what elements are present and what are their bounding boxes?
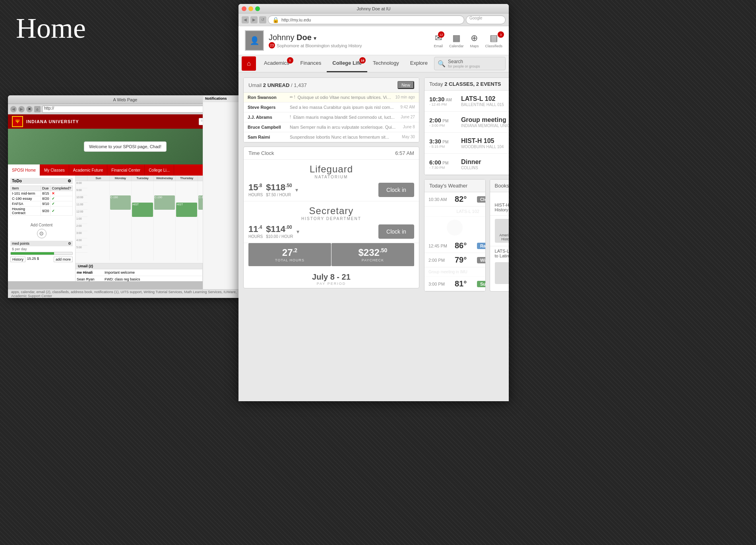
list-item: LATS-L 102 <box>425 207 485 216</box>
email-icon-item[interactable]: ✉ 12 Email <box>434 33 443 48</box>
classifieds-icon-item[interactable]: ▤ 3 Classifieds <box>485 33 502 48</box>
calendar-times: 8:00 9:00 10:00 11:00 12:00 1:00 2:00 3:… <box>76 181 87 261</box>
flag-icon: ! <box>290 115 291 119</box>
maximize-button[interactable] <box>255 6 260 11</box>
job-dept-2: HISTORY DEPARTMENT <box>248 216 414 221</box>
right-search-input[interactable]: Google <box>466 15 506 24</box>
calendar-day-column: C-190 <box>110 181 132 261</box>
calendar-icon-item[interactable]: ▦ Calendar <box>449 33 464 48</box>
hours-value-1: 15.8 <box>248 182 262 192</box>
weather-temp-2: 86° <box>455 241 475 250</box>
nav-item-finances[interactable]: Finances <box>295 55 327 72</box>
todo-header: ToDo ⚙ <box>10 178 73 184</box>
list-item[interactable]: Bruce Campbell Nam Semper nulla in arcu … <box>244 122 419 132</box>
nav-item-technology[interactable]: Technology <box>367 55 405 72</box>
clock-in-button-2[interactable]: Clock in <box>378 224 414 239</box>
nav-item-academics[interactable]: Academics 5 <box>258 55 295 72</box>
calendar-event[interactable]: HIST <box>176 203 197 217</box>
rate-label-2: HOURS <box>248 234 263 239</box>
list-item: 3:30 PM - 5:15 PM HIST-H 105 WOODBURN HA… <box>425 133 509 154</box>
job-lifeguard: Lifeguard NATATORIUM 15.8 HOURS $118.50 … <box>244 160 419 201</box>
book-thumb-american-history[interactable]: American History <box>495 219 509 243</box>
list-item[interactable]: J.J. Abrams ! Etiam mauris magna blandit… <box>244 112 419 122</box>
rate-down-arrow-2[interactable]: ▾ <box>297 228 299 235</box>
list-item[interactable]: Ron Swanson ✏ ! Quisque ut odio Vitae nu… <box>244 93 419 102</box>
new-email-button[interactable]: New <box>397 81 414 89</box>
nav-item-college-life[interactable]: College Life 18 <box>327 55 367 72</box>
email-list: Ron Swanson ✏ ! Quisque ut odio Vitae nu… <box>244 93 419 142</box>
tab-sposi-home[interactable]: SPOSI Home <box>8 164 40 176</box>
calendar-icon: ▦ <box>449 33 464 43</box>
nav-back-button[interactable]: ◀ <box>242 16 249 23</box>
todo-item-status: ✓ <box>50 196 73 201</box>
book-thumb-latino-history[interactable]: Latino History <box>495 262 509 284</box>
pay-value-1: $118.50 <box>266 182 292 192</box>
pay-period: July 8 - 21 PAY PERIOD <box>244 270 419 288</box>
user-subtitle-row: 23 Sophomore at Bloomington studying His… <box>269 42 429 48</box>
event-info-1: LATS-L 102 BALLENTINE HALL 015 <box>461 95 509 107</box>
email-preview: FWD: class reg basics <box>103 277 202 281</box>
calendar-day-tue: Tuesday <box>132 176 154 181</box>
book-thumbnails-1: American History Birth of a Nation <box>490 216 509 246</box>
classifieds-label: Classifieds <box>485 44 502 48</box>
nav-item-explore[interactable]: Explore <box>405 55 433 72</box>
total-paycheck-box: $232.50 PAYCHECK <box>331 243 414 266</box>
event-period-1: AM <box>446 98 452 102</box>
maps-icon-item[interactable]: ⊕ Maps <box>470 33 479 48</box>
time-slot: 12:00 <box>76 210 87 217</box>
url-text: http://my.iu.edu <box>281 17 311 22</box>
left-browser-window: A Web Page ◀ ▶ ✕ ⌂ http:// Ψ INDIANA UNI… <box>8 95 242 298</box>
calendar-event[interactable]: C-190 <box>110 195 131 210</box>
user-dropdown-button[interactable]: ▾ <box>314 35 316 41</box>
list-item[interactable]: Steve Rogers Sed a leo massa Curabitur q… <box>244 102 419 112</box>
calendar-day-column: HIST <box>176 181 198 261</box>
nav-reload-button[interactable]: ↺ <box>259 16 266 23</box>
calendar-event[interactable]: HIST <box>132 203 153 217</box>
nav-home-button[interactable]: ⌂ <box>242 56 256 71</box>
todo-item-due: 9/20 <box>41 207 50 216</box>
nav-forward-button[interactable]: ▶ <box>250 16 258 23</box>
budget-bar-fill <box>11 252 54 255</box>
job-details-1: 15.8 HOURS $118.50 $7.50 / HOUR ▾ Clock … <box>248 182 414 197</box>
tab-my-classes[interactable]: My Classes <box>40 164 69 176</box>
home-button[interactable]: ⌂ <box>34 106 41 112</box>
list-item: Group meeting in IMU <box>425 267 485 277</box>
tab-financial-center[interactable]: Financial Center <box>107 164 145 176</box>
close-button[interactable] <box>242 6 246 11</box>
right-url-bar[interactable]: 🔒 http://my.iu.edu <box>268 15 464 24</box>
todo-item-name: FAFSA <box>11 201 41 207</box>
list-item: 2:00 PM 79° Windy <box>425 253 485 267</box>
email-preview: Nam Semper nulla in arcu vulputate scele… <box>290 125 401 129</box>
event-period-3: PM <box>442 140 448 144</box>
event-time-main-3: 3:30 <box>429 138 441 145</box>
todo-settings-icon[interactable]: ⚙ <box>68 179 71 183</box>
left-browser-content: Ψ INDIANA UNIVERSITY search Welcome to y… <box>8 114 242 281</box>
tab-college-life[interactable]: College Li... <box>145 164 174 176</box>
email-time: June 8 <box>403 125 415 129</box>
minimize-button[interactable] <box>248 6 253 11</box>
event-time-end-1: - 12:45 PM <box>429 102 457 106</box>
list-item[interactable]: Sean Ryan FWD: class reg basics <box>76 276 202 281</box>
traffic-lights <box>242 6 260 11</box>
time-slot: 8:00 <box>76 181 87 188</box>
list-item: 10:30 AM 82° Cloudy <box>425 192 485 207</box>
time-slot: 4:00 <box>76 238 87 245</box>
clock-in-button-1[interactable]: Clock in <box>378 183 414 197</box>
list-item[interactable]: me Hinali Important welcome <box>76 269 202 276</box>
reload-button[interactable]: ✕ <box>26 106 33 112</box>
nav-search-box[interactable]: 🔍 Search for people or groups <box>434 57 506 70</box>
back-button[interactable]: ◀ <box>10 106 17 112</box>
calendar-event[interactable]: C-190 <box>154 195 175 210</box>
email-time: 10 min ago <box>395 95 415 99</box>
budget-settings-icon[interactable]: ⚙ <box>68 242 71 245</box>
left-browser-title: A Web Page <box>113 97 138 102</box>
rate-down-arrow-1[interactable]: ▾ <box>295 187 298 193</box>
list-item[interactable]: Sam Raimi Suspendisse lobortis Nunc et l… <box>244 132 419 142</box>
forward-button[interactable]: ▶ <box>18 106 25 112</box>
add-content-icon[interactable]: ⚙ <box>37 229 47 238</box>
user-first-name: Johnny <box>269 33 295 42</box>
add-more-button[interactable]: add more <box>54 257 73 262</box>
history-button[interactable]: History <box>10 257 25 262</box>
tab-academic-future[interactable]: Academic Future <box>69 164 108 176</box>
totals-row: 27.2 TOTAL HOURS $232.50 PAYCHECK <box>248 243 414 266</box>
